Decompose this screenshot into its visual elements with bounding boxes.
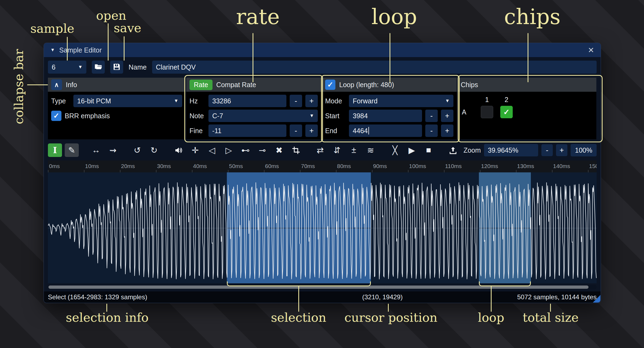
apply-silence-button[interactable]: ⊸ bbox=[255, 143, 269, 157]
sample-editor-window: ▼ Sample Editor ✕ 6 ▼ Name Clarinet DQV bbox=[44, 43, 601, 303]
note-value: C-7 bbox=[212, 112, 223, 120]
loop-end-minus-button[interactable]: - bbox=[425, 124, 438, 137]
zoom-controls: Zoom 39.9645% - + 100% bbox=[463, 144, 597, 156]
time-ruler[interactable]: 0ms10ms20ms30ms40ms50ms60ms70ms80ms90ms1… bbox=[48, 160, 597, 172]
ruler-tick-label: 130ms bbox=[517, 163, 534, 169]
annotation-selection-label: selection bbox=[271, 311, 326, 324]
ruler-tick-label: 20ms bbox=[121, 163, 135, 169]
save-sample-button[interactable] bbox=[110, 61, 123, 74]
zoom-in-button[interactable]: + bbox=[556, 144, 567, 156]
chip-a2-checkbox[interactable]: ✓ bbox=[500, 106, 513, 118]
upload-button[interactable] bbox=[446, 143, 460, 157]
undo-button[interactable]: ↺ bbox=[130, 143, 144, 157]
ruler-tick-mark bbox=[408, 170, 408, 172]
annotation-line bbox=[108, 23, 109, 61]
zoom-reset-button[interactable]: 100% bbox=[571, 144, 597, 156]
fine-input[interactable]: -11 bbox=[208, 124, 286, 137]
ruler-tick-mark bbox=[300, 170, 300, 172]
delete-button[interactable]: ✖ bbox=[272, 143, 286, 157]
sample-name-input[interactable]: Clarinet DQV bbox=[152, 61, 597, 74]
collapse-bar-button[interactable]: ∧ bbox=[51, 79, 62, 90]
zoom-input[interactable]: 39.9645% bbox=[484, 144, 538, 156]
rate-mode-button[interactable]: Rate bbox=[189, 80, 213, 90]
chip-column-2-label: 2 bbox=[500, 96, 513, 104]
annotation-selection-info-label: selection info bbox=[66, 311, 149, 324]
annotation-line bbox=[67, 37, 68, 61]
reverse-button[interactable]: ⇄ bbox=[313, 143, 327, 157]
annotation-rate-label: rate bbox=[236, 6, 280, 28]
preview-stop-button[interactable]: ■ bbox=[421, 143, 436, 157]
annotation-sample-label: sample bbox=[30, 22, 74, 35]
sample-number-combo[interactable]: 6 ▼ bbox=[48, 61, 86, 74]
chips-section: Chips 1 2 A ✓ ✓ bbox=[457, 78, 596, 139]
hz-label: Hz bbox=[189, 97, 205, 105]
amplify-button[interactable] bbox=[171, 143, 185, 157]
open-sample-button[interactable] bbox=[92, 61, 105, 74]
zoom-out-button[interactable]: - bbox=[541, 144, 553, 156]
selection-info-text: Select (1654-2983: 1329 samples) bbox=[48, 293, 147, 301]
crossfade-button[interactable]: ╳ bbox=[388, 143, 402, 157]
screenshot-stage: ▼ Sample Editor ✕ 6 ▼ Name Clarinet DQV bbox=[0, 0, 644, 348]
redo-button[interactable]: ↻ bbox=[147, 143, 161, 157]
loop-start-plus-button[interactable]: + bbox=[441, 110, 453, 122]
fade-in-button[interactable]: ◁ bbox=[205, 143, 219, 157]
annotation-total-size-label: total size bbox=[523, 311, 579, 324]
loop-header: ✓ Loop (length: 480) bbox=[322, 78, 457, 92]
chevron-down-icon: ▼ bbox=[78, 64, 83, 70]
chip-row-a-label: A bbox=[462, 108, 474, 116]
invert-button[interactable]: ⇵ bbox=[330, 143, 344, 157]
open-folder-icon bbox=[94, 63, 102, 72]
loop-end-input[interactable]: 4464 bbox=[349, 124, 422, 137]
chip-a1-checkbox[interactable]: ✓ bbox=[481, 106, 493, 118]
insert-silence-button[interactable]: ⊷ bbox=[238, 143, 253, 157]
status-bar: Select (1654-2983: 1329 samples) (3210, … bbox=[44, 291, 601, 303]
normalize-button[interactable]: ✛ bbox=[188, 143, 202, 157]
annotation-selection-bracket bbox=[227, 281, 371, 286]
waveform-view[interactable] bbox=[48, 172, 597, 283]
trim-button[interactable] bbox=[289, 143, 303, 157]
window-collapse-icon[interactable]: ▼ bbox=[50, 47, 55, 53]
ruler-tick-mark bbox=[516, 170, 516, 172]
loop-start-minus-button[interactable]: - bbox=[425, 110, 438, 122]
loop-end-plus-button[interactable]: + bbox=[441, 124, 453, 137]
sign-button[interactable]: ± bbox=[347, 143, 361, 157]
filter-button[interactable]: ≋ bbox=[364, 143, 378, 157]
rate-body: Hz 33286 - + Note C-7 ▼ Fine - bbox=[186, 92, 321, 140]
hz-plus-button[interactable]: + bbox=[305, 95, 318, 107]
loop-start-input[interactable]: 3984 bbox=[349, 110, 422, 122]
resample-button[interactable]: ⇝ bbox=[106, 143, 120, 157]
loop-enable-checkbox[interactable]: ✓ bbox=[325, 80, 335, 90]
text-caret bbox=[368, 127, 369, 134]
edit-select-button[interactable]: I bbox=[48, 143, 62, 157]
preview-play-button[interactable]: ▶ bbox=[405, 143, 419, 157]
info-header-label: Info bbox=[66, 81, 77, 89]
edit-draw-button[interactable]: ✎ bbox=[65, 143, 79, 157]
ruler-tick-mark bbox=[48, 170, 48, 172]
annotation-line bbox=[528, 33, 528, 82]
fade-out-button[interactable]: ▷ bbox=[222, 143, 236, 157]
resize-button[interactable]: ↔ bbox=[89, 143, 103, 157]
fine-minus-button[interactable]: - bbox=[290, 124, 302, 137]
annotation-save-label: save bbox=[114, 22, 141, 34]
brr-emphasis-checkbox[interactable]: ✓ bbox=[51, 111, 61, 121]
fine-plus-button[interactable]: + bbox=[305, 124, 318, 137]
ruler-tick-label: 0ms bbox=[49, 163, 60, 169]
chips-header-label: Chips bbox=[461, 81, 478, 89]
loop-end-label: End bbox=[325, 127, 346, 135]
rate-header: Rate Compat Rate bbox=[186, 78, 321, 92]
ruler-tick-mark bbox=[192, 170, 192, 172]
titlebar: ▼ Sample Editor ✕ bbox=[44, 43, 601, 57]
info-section: ∧ Info Type 16-bit PCM ▼ ✓ BRR emphasi bbox=[48, 78, 185, 139]
annotation-loop-bottom-label: loop bbox=[478, 311, 504, 324]
resize-grip[interactable] bbox=[593, 295, 600, 303]
loop-start-label: Start bbox=[325, 112, 346, 120]
ruler-tick-mark bbox=[480, 170, 480, 172]
sample-type-combo[interactable]: 16-bit PCM ▼ bbox=[73, 95, 182, 107]
annotation-line bbox=[253, 33, 253, 82]
hz-minus-button[interactable]: - bbox=[290, 95, 302, 107]
close-icon[interactable]: ✕ bbox=[588, 46, 594, 55]
loop-mode-combo[interactable]: Forward ▼ bbox=[349, 95, 453, 107]
hz-input[interactable]: 33286 bbox=[208, 95, 286, 107]
loop-header-label: Loop (length: 480) bbox=[339, 81, 394, 89]
note-combo[interactable]: C-7 ▼ bbox=[208, 110, 318, 122]
